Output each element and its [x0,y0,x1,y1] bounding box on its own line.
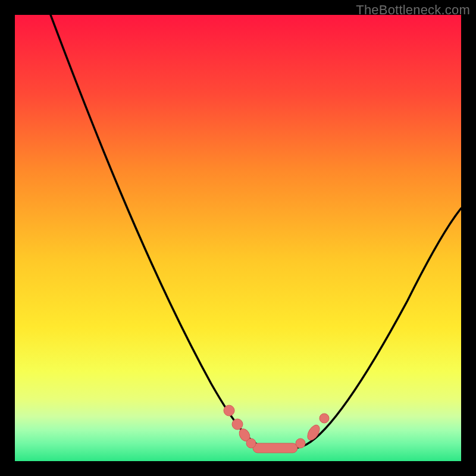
gradient-background [15,15,461,461]
chart-frame [15,15,461,461]
node-bottom-bar [253,443,298,453]
watermark-text: TheBottleneck.com [356,2,470,18]
node-dot [232,419,243,430]
node-dot [224,405,234,416]
node-dot [246,439,256,448]
node-dot [320,414,329,423]
node-dot [296,439,305,448]
chart-svg [15,15,461,461]
